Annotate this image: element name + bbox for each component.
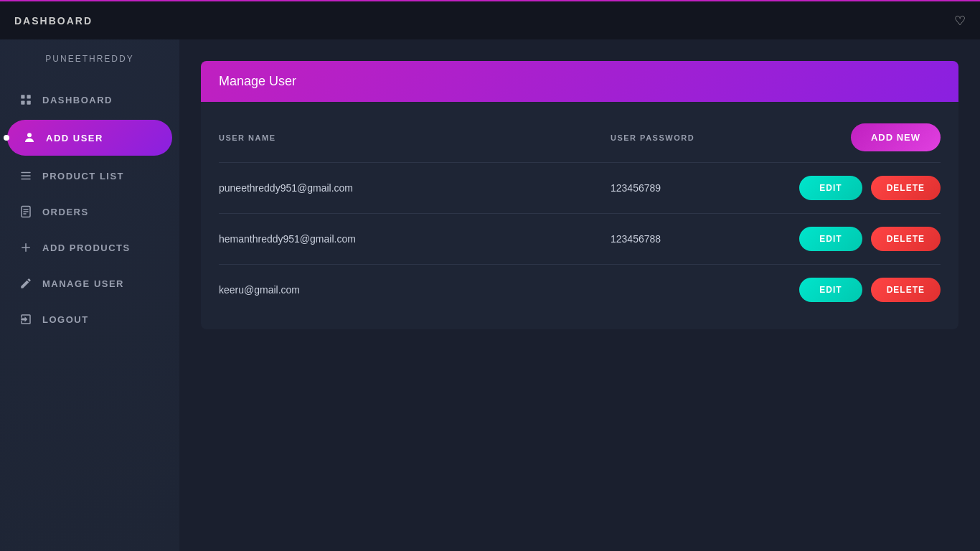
sidebar-item-logout[interactable]: LOGOUT bbox=[0, 301, 179, 337]
sidebar: PUNEETHREDDY DASHBOARD ADD USER bbox=[0, 39, 179, 551]
sidebar-item-add-products[interactable]: ADD PRODUCTS bbox=[0, 230, 179, 265]
svg-point-4 bbox=[27, 133, 32, 137]
sidebar-item-orders-label: ORDERS bbox=[42, 207, 89, 217]
sidebar-item-manage-user[interactable]: MANAGE USER bbox=[0, 265, 179, 301]
topbar: DASHBOARD ♡ bbox=[0, 0, 980, 39]
col-password-header: USER PASSWORD bbox=[611, 133, 768, 142]
file-icon bbox=[18, 204, 34, 220]
add-new-button[interactable]: ADD NEW bbox=[851, 123, 941, 151]
delete-button[interactable]: DELETE bbox=[871, 227, 941, 251]
table-header: USER NAME USER PASSWORD ADD NEW bbox=[219, 116, 941, 163]
sidebar-item-logout-label: LOGOUT bbox=[42, 314, 89, 325]
topbar-title: DASHBOARD bbox=[14, 15, 93, 27]
grid-icon bbox=[18, 92, 34, 108]
edit-button[interactable]: EDIT bbox=[799, 227, 862, 251]
edit-button[interactable]: EDIT bbox=[799, 278, 862, 302]
main-content: Manage User USER NAME USER PASSWORD ADD … bbox=[179, 39, 980, 551]
sidebar-item-orders[interactable]: ORDERS bbox=[0, 194, 179, 230]
svg-rect-1 bbox=[27, 95, 31, 98]
edit-button[interactable]: EDIT bbox=[799, 176, 862, 200]
col-actions-header: ADD NEW bbox=[768, 123, 941, 151]
sidebar-username: PUNEETHREDDY bbox=[0, 54, 179, 64]
svg-rect-0 bbox=[21, 95, 24, 98]
row-username: hemanthreddy951@gmail.com bbox=[219, 233, 611, 245]
card-header: Manage User bbox=[201, 61, 958, 102]
plus-icon bbox=[18, 240, 34, 255]
sidebar-item-manage-user-label: MANAGE USER bbox=[42, 278, 124, 289]
sidebar-item-product-list-label: PRODUCT LIST bbox=[42, 171, 124, 182]
svg-rect-2 bbox=[21, 101, 24, 105]
svg-rect-3 bbox=[27, 101, 31, 105]
active-indicator bbox=[4, 135, 9, 141]
table-row: hemanthreddy951@gmail.com 123456788 EDIT… bbox=[219, 214, 941, 265]
list-icon bbox=[18, 168, 34, 184]
row-password: 123456789 bbox=[611, 182, 768, 194]
row-username: puneethreddy951@gmail.com bbox=[219, 182, 611, 194]
delete-button[interactable]: DELETE bbox=[871, 176, 941, 200]
row-username: keeru@gmail.com bbox=[219, 284, 611, 296]
delete-button[interactable]: DELETE bbox=[871, 278, 941, 302]
table-row: puneethreddy951@gmail.com 123456789 EDIT… bbox=[219, 163, 941, 214]
sidebar-item-dashboard-label: DASHBOARD bbox=[42, 95, 113, 105]
sidebar-item-dashboard[interactable]: DASHBOARD bbox=[0, 82, 179, 118]
row-password: 123456788 bbox=[611, 233, 768, 245]
card-body: USER NAME USER PASSWORD ADD NEW puneethr… bbox=[201, 102, 958, 329]
row-actions: EDIT DELETE bbox=[768, 278, 941, 302]
bell-icon[interactable]: ♡ bbox=[954, 13, 966, 29]
logout-icon bbox=[18, 311, 34, 327]
row-actions: EDIT DELETE bbox=[768, 176, 941, 200]
col-username-header: USER NAME bbox=[219, 133, 611, 142]
manage-user-card: Manage User USER NAME USER PASSWORD ADD … bbox=[201, 61, 958, 329]
row-actions: EDIT DELETE bbox=[768, 227, 941, 251]
sidebar-item-product-list[interactable]: PRODUCT LIST bbox=[0, 158, 179, 194]
sidebar-item-add-user-label: ADD USER bbox=[46, 133, 103, 143]
sidebar-item-add-products-label: ADD PRODUCTS bbox=[42, 242, 131, 253]
pencil-icon bbox=[18, 276, 34, 291]
table-row: keeru@gmail.com EDIT DELETE bbox=[219, 265, 941, 315]
person-icon bbox=[22, 130, 37, 146]
sidebar-item-add-user[interactable]: ADD USER bbox=[7, 120, 172, 156]
